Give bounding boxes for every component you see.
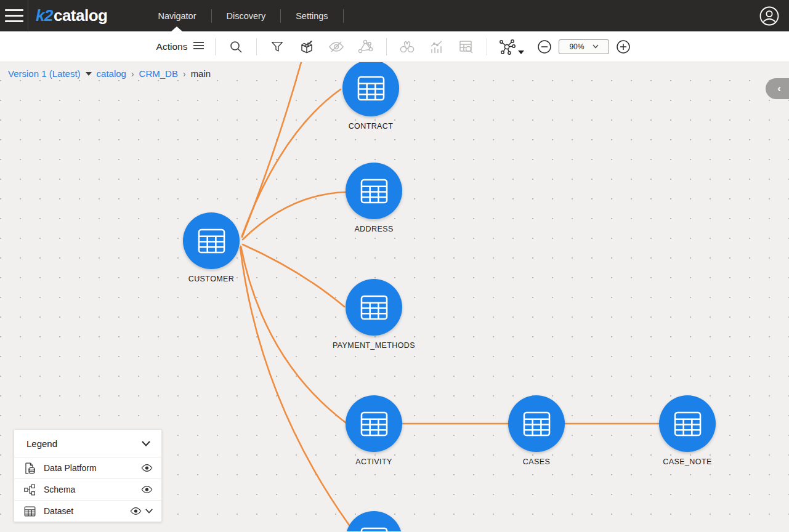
legend-label-data-platform: Data Platform xyxy=(44,463,134,473)
table-icon xyxy=(360,526,389,532)
tab-navigator[interactable]: Navigator xyxy=(143,0,211,31)
chevron-down-icon[interactable] xyxy=(145,509,153,514)
app-window: k2catalog Navigator Discovery Settings A… xyxy=(0,0,789,532)
chart-icon xyxy=(427,38,446,56)
legend-row-dataset: Dataset xyxy=(14,500,161,522)
breadcrumb: Version 1 (Latest) catalog › CRM_DB › ma… xyxy=(8,68,211,79)
eye-visibility-icon[interactable] xyxy=(141,485,153,494)
user-avatar-icon[interactable] xyxy=(759,6,779,26)
breadcrumb-main: main xyxy=(191,68,211,79)
graph-node-label: ACTIVITY xyxy=(355,457,392,466)
canvas-toolbar: Actions xyxy=(0,31,789,62)
filter-icon[interactable] xyxy=(268,38,286,56)
graph-node-contract: CONTRACT xyxy=(342,62,399,116)
table-icon xyxy=(522,411,551,437)
graph-canvas[interactable]: CONTRACTADDRESSCUSTOMERPAYMENT_METHODSAC… xyxy=(0,62,789,531)
chevron-left-icon: ‹ xyxy=(777,83,781,95)
zoom-controls: 90% xyxy=(535,38,633,56)
dataset-node-circle[interactable] xyxy=(346,279,402,336)
graph-node-label: CONTRACT xyxy=(349,122,394,131)
version-caret-icon[interactable] xyxy=(86,72,92,76)
graph-node-payment_methods: PAYMENT_METHODS xyxy=(346,279,402,336)
breadcrumb-separator: › xyxy=(183,69,186,79)
chevron-down-icon[interactable] xyxy=(142,441,150,446)
layout-hub-icon[interactable] xyxy=(498,38,524,55)
graph-node-label: CUSTOMER xyxy=(188,275,235,283)
edge-customer-offscreen_top[interactable] xyxy=(242,62,301,237)
dataset-node-circle[interactable] xyxy=(346,511,402,531)
edge-customer-activity[interactable] xyxy=(241,246,346,423)
binoculars-icon xyxy=(398,38,416,56)
legend-panel: Legend Data Platform Schema xyxy=(14,429,162,522)
data-platform-icon xyxy=(23,462,36,475)
breadcrumb-catalog[interactable]: catalog xyxy=(97,68,126,79)
graph-node-label: CASE_NOTE xyxy=(663,457,711,466)
layout-dropdown-caret[interactable] xyxy=(518,50,524,54)
dataset-node-circle[interactable] xyxy=(346,395,402,452)
table-search-icon xyxy=(457,38,475,56)
graph-node-customer: CUSTOMER xyxy=(183,212,240,269)
main-nav: Navigator Discovery Settings xyxy=(143,0,343,31)
graph-node-activity: ACTIVITY xyxy=(346,395,402,452)
panel-collapse-handle[interactable]: ‹ xyxy=(766,78,789,99)
zoom-in-icon[interactable] xyxy=(614,38,633,56)
app-logo: k2catalog xyxy=(36,6,107,25)
top-header-bar: k2catalog Navigator Discovery Settings xyxy=(0,0,789,31)
edge-customer-bottom_partial[interactable] xyxy=(240,248,349,525)
eye-visibility-icon[interactable] xyxy=(130,507,142,515)
breadcrumb-crm-db[interactable]: CRM_DB xyxy=(139,68,178,79)
network-graph-icon xyxy=(357,38,375,56)
zoom-level-select[interactable]: 90% xyxy=(559,39,609,54)
graph-node-cases: CASES xyxy=(508,395,565,452)
table-icon xyxy=(357,75,386,102)
edge-customer-address[interactable] xyxy=(243,192,346,240)
graph-node-label: CASES xyxy=(523,457,550,466)
table-icon xyxy=(360,294,389,321)
toolbar-divider xyxy=(487,38,487,55)
zoom-level-value: 90% xyxy=(569,42,584,51)
edge-customer-contract[interactable] xyxy=(242,89,341,236)
edge-customer-payment_methods[interactable] xyxy=(243,244,344,307)
zoom-out-icon[interactable] xyxy=(535,38,554,56)
tab-discovery[interactable]: Discovery xyxy=(212,0,281,31)
graph-node-address: ADDRESS xyxy=(346,163,402,219)
legend-row-schema: Schema xyxy=(14,478,161,500)
graph-node-label: ADDRESS xyxy=(354,225,393,233)
table-icon xyxy=(360,178,389,204)
table-icon xyxy=(197,228,226,254)
actions-menu-button[interactable]: Actions xyxy=(156,41,204,52)
graph-node-case_note: CASE_NOTE xyxy=(659,395,716,452)
toolbar-divider xyxy=(215,38,216,55)
menu-icon xyxy=(193,41,204,52)
eye-visibility-icon[interactable] xyxy=(141,464,153,472)
legend-label-schema: Schema xyxy=(44,485,134,494)
dataset-icon xyxy=(23,505,36,518)
toolbar-divider xyxy=(256,38,257,55)
search-icon[interactable] xyxy=(227,38,245,56)
schema-icon xyxy=(23,483,36,496)
logo-k2: k2 xyxy=(36,6,53,25)
tab-settings[interactable]: Settings xyxy=(281,0,342,31)
legend-row-data-platform: Data Platform xyxy=(14,457,161,478)
nav-divider xyxy=(343,9,344,23)
graph-node-label: PAYMENT_METHODS xyxy=(333,341,415,350)
legend-header[interactable]: Legend xyxy=(14,430,161,457)
table-icon xyxy=(673,411,702,437)
dataset-node-circle[interactable] xyxy=(508,395,565,452)
logo-catalog: catalog xyxy=(54,6,108,25)
breadcrumb-separator: › xyxy=(131,69,134,79)
dataset-node-circle[interactable] xyxy=(342,62,399,116)
eye-off-icon xyxy=(327,38,346,56)
package-check-icon[interactable] xyxy=(297,38,316,56)
dataset-node-circle[interactable] xyxy=(659,395,716,452)
dataset-node-circle[interactable] xyxy=(346,163,402,219)
toolbar-divider xyxy=(386,38,387,55)
hamburger-menu-icon[interactable] xyxy=(0,0,28,31)
dataset-node-circle[interactable] xyxy=(183,212,240,269)
legend-title: Legend xyxy=(26,438,57,449)
version-selector[interactable]: Version 1 (Latest) xyxy=(8,68,81,79)
table-icon xyxy=(360,411,389,437)
graph-node-bottom_partial xyxy=(346,511,402,531)
legend-label-dataset: Dataset xyxy=(44,506,123,516)
actions-label: Actions xyxy=(156,41,188,52)
